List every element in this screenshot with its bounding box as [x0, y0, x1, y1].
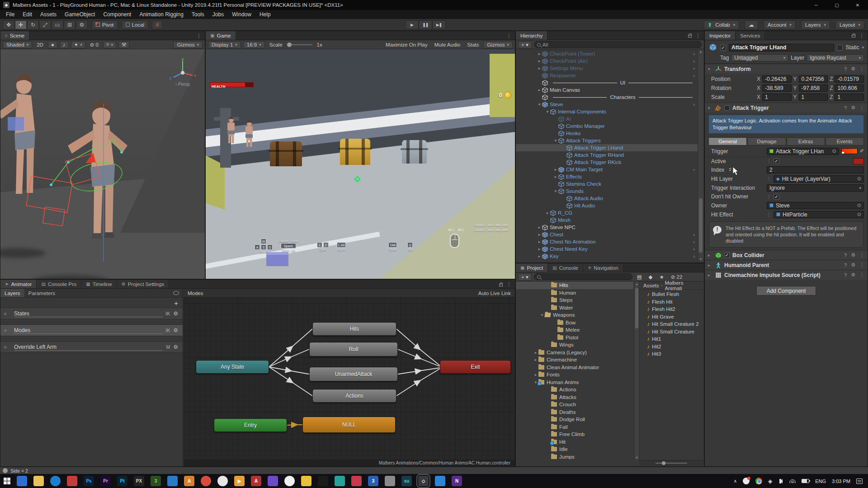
active-color-field[interactable]: [853, 158, 864, 164]
start-button[interactable]: [0, 474, 14, 488]
taskbar-app-icon[interactable]: [67, 476, 77, 486]
chrome-icon[interactable]: [755, 478, 762, 484]
hierarchy-item[interactable]: AI: [516, 115, 698, 122]
graph-breadcrumb[interactable]: Modes: [188, 291, 203, 296]
scene-menu-icon[interactable]: ⋮: [196, 33, 202, 39]
tag-filter-icon[interactable]: ◆: [646, 274, 655, 280]
project-folder[interactable]: Free Climb: [516, 431, 633, 438]
shading-mode-dropdown[interactable]: Shaded▾: [3, 41, 32, 48]
project-panel-tab[interactable]: ▤Console: [548, 263, 583, 272]
hierarchy-item[interactable]: Attack Audio: [516, 195, 698, 202]
prefab-chevron-icon[interactable]: ›: [693, 66, 696, 71]
scene-lighting-toggle[interactable]: ●: [48, 41, 57, 48]
index-field[interactable]: 2: [767, 166, 864, 174]
taskbar-app-icon[interactable]: ▶: [234, 476, 245, 486]
transform-header[interactable]: ▾ Transform ?⚙⋮: [705, 64, 868, 74]
tab-hierarchy[interactable]: Hierarchy: [516, 31, 547, 40]
menu-item[interactable]: Animation Rigging: [135, 11, 187, 18]
taskbar-app-icon[interactable]: [318, 476, 328, 486]
cloud-button[interactable]: ☁: [745, 20, 758, 29]
state-node[interactable]: Entry: [214, 418, 287, 432]
z-field[interactable]: 100.606: [835, 84, 864, 92]
hierarchy-item[interactable]: Combo Manager: [516, 122, 698, 130]
play-button[interactable]: ▶: [405, 20, 419, 29]
layer-settings-icon[interactable]: ⚙: [173, 310, 178, 317]
hierarchy-item[interactable]: Characters: [516, 94, 698, 101]
project-folder[interactable]: ▾ Human Anims: [516, 379, 633, 386]
hierarchy-item[interactable]: ▸ Steve NPC: [516, 224, 698, 231]
taskbar-app-icon[interactable]: [33, 476, 44, 486]
menu-item[interactable]: Assets: [36, 11, 61, 18]
expand-arrow-icon[interactable]: ▸: [537, 239, 542, 244]
help-icon[interactable]: ?: [844, 272, 847, 278]
inspector-menu-icon[interactable]: ⋮: [859, 33, 864, 39]
static-checkbox[interactable]: [837, 45, 843, 51]
project-folder[interactable]: Crouch: [516, 401, 633, 408]
tab-game[interactable]: ▣Game: [206, 31, 236, 40]
bottom-panel-tab[interactable]: ▤Console Pro: [37, 280, 81, 288]
hierarchy-item[interactable]: Attack Trigger LHand: [516, 144, 698, 151]
tool-button[interactable]: ⤢: [39, 20, 51, 29]
prefab-chevron-icon[interactable]: ›: [693, 232, 696, 237]
grid-snap-button[interactable]: #: [152, 20, 163, 29]
project-folder[interactable]: ▸ Fonts: [516, 371, 633, 379]
prefab-chevron-icon[interactable]: ›: [693, 51, 696, 56]
reorder-handle-icon[interactable]: ⋮: [767, 212, 771, 217]
drag-handle-icon[interactable]: ≡: [4, 311, 7, 316]
step-button[interactable]: ▶❚: [432, 20, 446, 29]
discord-icon[interactable]: [743, 478, 750, 484]
prefab-chevron-icon[interactable]: ›: [693, 246, 696, 252]
taskbar-app-icon[interactable]: 3: [151, 476, 161, 486]
menu-item[interactable]: Jobs: [208, 11, 228, 18]
taskbar-app-icon[interactable]: Ps: [84, 476, 94, 486]
prefab-chevron-icon[interactable]: ›: [693, 253, 696, 259]
project-tree-scrollbar[interactable]: ▲ ▼: [634, 282, 639, 460]
owner-object-field[interactable]: Steve⊙: [767, 202, 864, 209]
hierarchy-item[interactable]: ▸ Chest ›: [516, 231, 698, 238]
language-indicator[interactable]: ENG: [815, 479, 826, 484]
hierarchy-item[interactable]: ▸ Key ›: [516, 253, 698, 260]
audio-file-item[interactable]: ♪ Hit Grave: [640, 313, 703, 321]
menu-icon[interactable]: ⋮: [859, 105, 864, 111]
animator-menu-icon[interactable]: ⋮: [506, 281, 512, 287]
audio-file-item[interactable]: ♪ Hit2: [640, 343, 703, 351]
project-panel-tab[interactable]: ▣Project: [516, 263, 548, 272]
hierarchy-scrollbar[interactable]: ▲ ▼: [698, 49, 703, 262]
animator-layer[interactable]: ≡ Modes IK ⚙: [0, 324, 183, 336]
expand-arrow-icon[interactable]: ▸: [533, 372, 538, 377]
account-dropdown[interactable]: Account▾: [764, 20, 796, 29]
local-toggle[interactable]: Local: [122, 20, 149, 29]
taskbar-app-icon[interactable]: A: [251, 476, 261, 486]
pause-button[interactable]: ❚❚: [419, 20, 432, 29]
taskbar-app-icon[interactable]: [301, 476, 311, 486]
box-collider-header[interactable]: ▸ ✓ Box Collider ?⚙⋮: [705, 250, 868, 260]
scene-hidden-count[interactable]: ⊘ 0: [88, 42, 101, 48]
hierarchy-item[interactable]: ▾ Internal Components: [516, 108, 698, 115]
hierarchy-item[interactable]: Stamina Check: [516, 180, 698, 188]
bottom-panel-tab[interactable]: ▦Timeline: [81, 280, 117, 288]
expand-arrow-icon[interactable]: ▸: [537, 59, 542, 63]
project-folder[interactable]: Pistol: [516, 334, 633, 342]
expand-arrow-icon[interactable]: ▸: [553, 167, 558, 172]
preset-icon[interactable]: ⚙: [851, 272, 855, 278]
add-component-button[interactable]: Add Component: [756, 286, 816, 296]
reorder-handle-icon[interactable]: ⋮: [767, 159, 771, 164]
maximize-on-play-toggle[interactable]: Maximize On Play: [383, 42, 430, 47]
tag-dropdown[interactable]: Untagged▾: [731, 54, 788, 61]
game-menu-icon[interactable]: ⋮: [506, 33, 512, 39]
expand-arrow-icon[interactable]: ▸: [537, 52, 542, 56]
taskbar-app-icon[interactable]: [351, 476, 362, 486]
eyedropper-icon[interactable]: ✐: [860, 148, 864, 154]
prefab-chevron-icon[interactable]: ›: [693, 58, 696, 64]
create-asset-button[interactable]: + ▾: [518, 273, 532, 281]
project-folder[interactable]: Attacks: [516, 394, 633, 401]
tab-layers[interactable]: Layers: [0, 289, 24, 297]
layer-dropdown[interactable]: Ignore Raycast▾: [807, 54, 864, 61]
scene-orientation-gizmo[interactable]: y x z ‹ Persp: [167, 57, 198, 87]
animator-layer[interactable]: ≡ Override Left Arm M ⚙: [0, 341, 183, 353]
hierarchy-item[interactable]: ▸ CM Main Target ›: [516, 166, 698, 173]
game-viewport[interactable]: HEALTH 0 W ASD Move Double : Jump Space …: [206, 49, 515, 279]
gizmo-color-swatch[interactable]: [841, 148, 858, 154]
audio-file-item[interactable]: ♪ Hit3: [640, 350, 703, 358]
eye-icon[interactable]: [173, 291, 179, 295]
